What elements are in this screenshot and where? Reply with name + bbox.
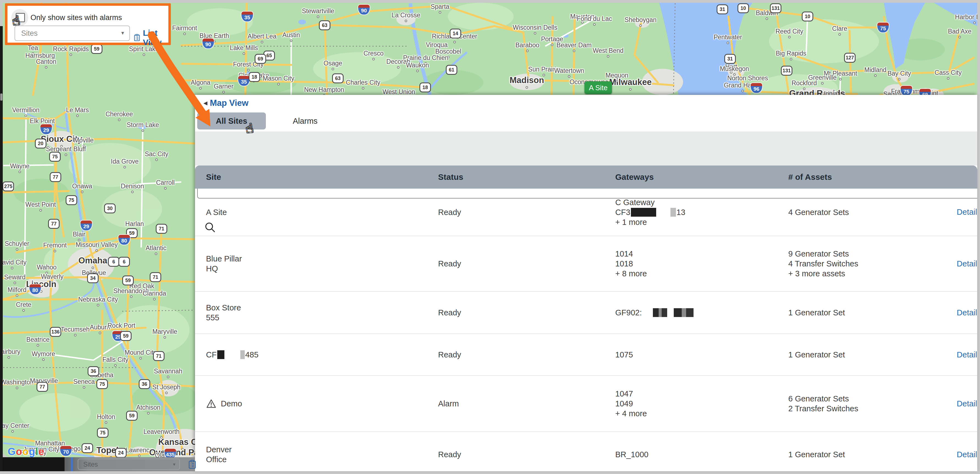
list-view-icon: [133, 32, 141, 43]
tab-alarms[interactable]: Alarms: [282, 112, 328, 129]
search-zone: Search ...: [195, 131, 977, 166]
status-cell: Ready: [438, 432, 576, 471]
table-header: SiteStatusGateways# of Assets: [195, 166, 977, 188]
sites-list-panel: ◄ Map View All SitesAlarms Search ... Si…: [195, 95, 977, 471]
background-sites-dropdown-value: Sites: [83, 461, 172, 468]
status-cell: Ready: [438, 188, 576, 236]
site-cell: Blue PillarHQ: [206, 236, 426, 291]
annotation-callout: Only show sites with alarms Sites ▼ List…: [5, 3, 171, 45]
assets-cell: 1 Generator Set: [788, 432, 977, 471]
column-header: Status: [438, 166, 463, 188]
alarms-only-checkbox-label: Only show sites with alarms: [30, 13, 122, 22]
redaction-bar: [670, 208, 676, 217]
tab-all-sites[interactable]: All Sites: [197, 112, 266, 129]
details-link[interactable]: Details: [957, 334, 977, 375]
site-cell: A Site: [206, 188, 426, 236]
column-header: # of Assets: [788, 166, 832, 188]
list-view-button[interactable]: List View: [133, 28, 169, 47]
list-view-label: List View: [143, 28, 169, 47]
details-link[interactable]: Details: [957, 236, 977, 291]
gateways-cell: 10471049+ 4 more: [615, 376, 786, 431]
redaction-bar: [674, 308, 694, 317]
redaction-bar: [653, 308, 667, 317]
back-arrow-icon: ◄: [202, 99, 209, 107]
gateways-cell: C GatewayCF313+ 1 more: [615, 188, 786, 236]
tab-bar: All SitesAlarms: [197, 112, 328, 129]
assets-cell: 4 Generator Sets: [788, 188, 977, 236]
details-link[interactable]: Details: [957, 188, 977, 236]
map-view-link[interactable]: Map View: [210, 98, 248, 108]
gateways-cell: 10141018+ 8 more: [615, 236, 786, 291]
details-link[interactable]: Details: [957, 376, 977, 431]
site-cell: CF485: [206, 334, 426, 375]
sites-dropdown[interactable]: Sites ▼: [14, 26, 130, 41]
assets-cell: 9 Generator Sets4 Transfer Switches+ 3 m…: [788, 236, 977, 291]
screenshot-stage: Rock RapidsSpirit LakeMilfordEstherville…: [0, 0, 980, 474]
assets-cell: 1 Generator Set: [788, 292, 977, 334]
alarm-warning-icon: [206, 399, 216, 408]
table-row: DenverOfficeReadyBR_10001 Generator SetD…: [195, 432, 977, 471]
site-cell: Demo: [206, 376, 426, 431]
table-row: CF485Ready10751 Generator SetDetails: [195, 334, 977, 376]
table-row: Box Store555ReadyGF902:1 Generator SetDe…: [195, 292, 977, 334]
focus-accent-line: [71, 457, 73, 471]
redaction-bar: [631, 208, 656, 217]
gateways-cell: 1075: [615, 334, 786, 375]
background-sites-dropdown[interactable]: Sites ▼: [78, 459, 180, 470]
table-row: DemoAlarm10471049+ 4 more6 Generator Set…: [195, 376, 977, 432]
chevron-down-icon: ▼: [120, 30, 125, 36]
scrollbar-thumb[interactable]: [0, 94, 2, 101]
details-link[interactable]: Details: [957, 432, 977, 471]
column-header: Gateways: [615, 166, 654, 188]
table-body: A SiteReadyC GatewayCF313+ 1 more4 Gener…: [195, 188, 977, 471]
details-link[interactable]: Details: [957, 292, 977, 334]
assets-cell: 1 Generator Set: [788, 334, 977, 375]
alarms-only-checkbox[interactable]: [16, 13, 25, 22]
background-page-left-edge: [0, 26, 3, 471]
status-cell: Ready: [438, 292, 576, 334]
table-row: Blue PillarHQReady10141018+ 8 more9 Gene…: [195, 236, 977, 292]
site-cell: DenverOffice: [206, 432, 426, 471]
chevron-down-icon: ▼: [172, 462, 176, 467]
gateways-cell: GF902:: [615, 292, 786, 334]
map-site-marker[interactable]: A Site: [584, 81, 612, 94]
dimmed-toolbar: Sites ▼: [65, 457, 195, 471]
redaction-bar: [217, 350, 224, 359]
list-view-icon: [188, 460, 197, 469]
table-row: A SiteReadyC GatewayCF313+ 1 more4 Gener…: [195, 188, 977, 236]
gateways-cell: BR_1000: [615, 432, 786, 471]
background-page-toolbar: Sites ▼: [3, 457, 195, 471]
column-header: Site: [206, 166, 221, 188]
status-cell: Alarm: [438, 376, 576, 431]
assets-cell: 6 Generator Sets2 Transfer Switches: [788, 376, 977, 431]
status-cell: Ready: [438, 334, 576, 375]
redaction-bar: [240, 350, 245, 359]
status-cell: Ready: [438, 236, 576, 291]
site-cell: Box Store555: [206, 292, 426, 334]
sites-dropdown-value: Sites: [21, 29, 120, 38]
